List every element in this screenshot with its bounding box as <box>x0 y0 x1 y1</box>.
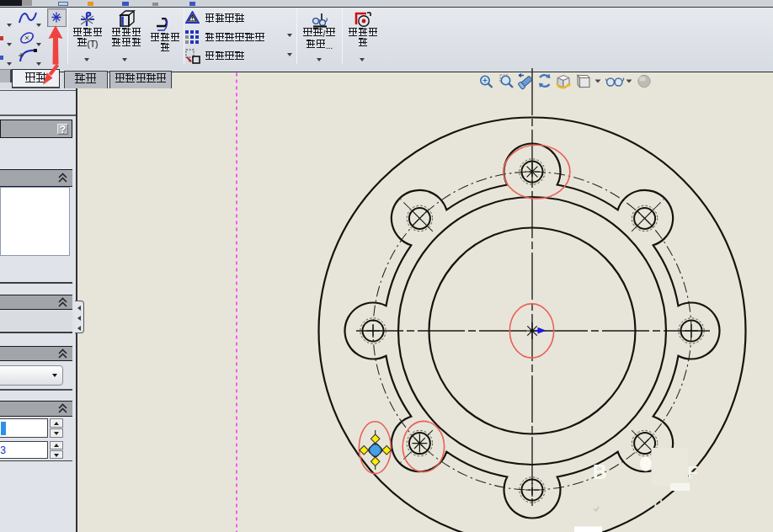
svg-text:b: b <box>653 492 663 511</box>
svg-text:B: B <box>593 461 607 483</box>
svg-text:F: F <box>687 462 698 481</box>
